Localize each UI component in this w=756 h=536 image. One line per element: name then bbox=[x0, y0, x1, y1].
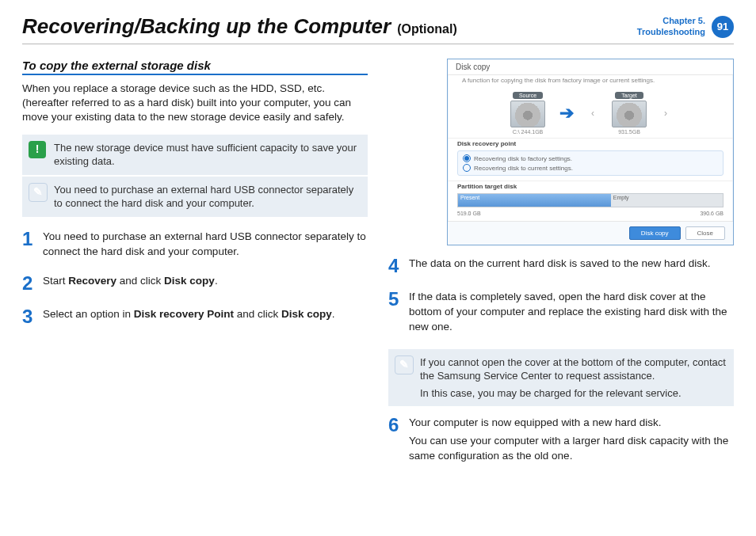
callout-alert: ! The new storage device must have suffi… bbox=[22, 135, 368, 175]
note-icon: ✎ bbox=[395, 355, 414, 374]
step-1: 1 You need to purchase an external hard … bbox=[22, 230, 368, 260]
callout-note-usb-text: You need to purchase an external hard US… bbox=[54, 184, 353, 210]
chevron-right-icon[interactable]: › bbox=[661, 108, 670, 119]
shot-partition-empty: Empty bbox=[611, 194, 723, 207]
step-6-text: Your computer is now equipped with a new… bbox=[409, 416, 734, 464]
left-column: To copy the external storage disk When y… bbox=[22, 59, 368, 478]
section-heading: To copy the external storage disk bbox=[22, 59, 368, 72]
step-3-text: Select an option in Disk recovery Point … bbox=[43, 307, 334, 326]
shot-target-disk: Target 931.5GB bbox=[612, 92, 647, 135]
page-title: Recovering/Backing up the Computer bbox=[22, 14, 391, 39]
hdd-icon bbox=[510, 101, 545, 127]
step-4-text: The data on the current hard disk is sav… bbox=[409, 257, 710, 276]
step-2: 2 Start Recovery and click Disk copy. bbox=[22, 274, 368, 293]
hdd-icon bbox=[612, 101, 647, 127]
page-number-badge: 91 bbox=[712, 16, 734, 38]
page-title-suffix: (Optional) bbox=[397, 22, 457, 36]
step-number: 5 bbox=[388, 290, 403, 335]
chapter-line1: Chapter 5. bbox=[637, 16, 705, 26]
shot-window-title: Disk copy bbox=[448, 59, 733, 75]
callout-alert-text: The new storage device must have suffici… bbox=[54, 142, 357, 168]
shot-partition-bar: Present Empty bbox=[457, 193, 724, 207]
shot-subtitle: A function for copying the disk from fac… bbox=[448, 75, 733, 87]
radio-icon bbox=[463, 154, 471, 162]
step-3: 3 Select an option in Disk recovery Poin… bbox=[22, 307, 368, 326]
header-rule bbox=[22, 44, 734, 44]
step-number: 1 bbox=[22, 230, 36, 260]
shot-ptd-label: Partition target disk bbox=[448, 181, 733, 192]
radio-icon bbox=[463, 164, 471, 172]
chapter-label: Chapter 5. Troubleshooting bbox=[637, 16, 705, 36]
shot-radio-group: Recovering disk to factory settings. Rec… bbox=[457, 150, 724, 176]
callout-note-cover: ✎ If you cannot open the cover at the bo… bbox=[388, 349, 734, 407]
step-number: 2 bbox=[22, 274, 36, 293]
callout-note-cover-l1: If you cannot open the cover at the bott… bbox=[420, 355, 726, 383]
step-6: 6 Your computer is now equipped with a n… bbox=[388, 416, 734, 464]
alert-icon: ! bbox=[29, 141, 46, 158]
shot-source-label: Source bbox=[513, 92, 543, 99]
step-number: 4 bbox=[388, 257, 403, 276]
shot-disk-copy-button[interactable]: Disk copy bbox=[629, 226, 681, 240]
page-header: Recovering/Backing up the Computer (Opti… bbox=[22, 14, 734, 44]
step-1-text: You need to purchase an external hard US… bbox=[43, 230, 368, 260]
note-icon: ✎ bbox=[29, 183, 48, 202]
step-5-text: If the data is completely saved, open th… bbox=[409, 290, 734, 335]
shot-close-button[interactable]: Close bbox=[685, 226, 725, 240]
step-5: 5 If the data is completely saved, open … bbox=[388, 290, 734, 335]
shot-drp-label: Disk recovery point bbox=[448, 138, 733, 149]
step-number: 6 bbox=[388, 416, 403, 464]
step-2-text: Start Recovery and click Disk copy. bbox=[43, 274, 218, 293]
shot-source-cap: C:\ 244.1GB bbox=[513, 129, 544, 135]
disk-copy-screenshot: Disk copy A function for copying the dis… bbox=[447, 59, 734, 245]
shot-cap-b: 390.6 GB bbox=[700, 211, 724, 216]
callout-note-cover-l2: In this case, you may be charged for the… bbox=[420, 386, 726, 401]
section-intro: When you replace a storage device such a… bbox=[22, 82, 368, 125]
arrow-right-icon: ➔ bbox=[559, 103, 574, 124]
chevron-left-icon[interactable]: ‹ bbox=[588, 108, 598, 119]
shot-radio-factory[interactable]: Recovering disk to factory settings. bbox=[463, 154, 718, 163]
callout-note-usb: ✎ You need to purchase an external hard … bbox=[22, 177, 368, 217]
shot-target-cap: 931.5GB bbox=[618, 129, 640, 135]
chapter-line2: Troubleshooting bbox=[637, 27, 705, 37]
right-column: Disk copy A function for copying the dis… bbox=[388, 59, 734, 478]
step-4: 4 The data on the current hard disk is s… bbox=[388, 257, 734, 276]
shot-source-disk: Source C:\ 244.1GB bbox=[510, 92, 545, 135]
section-rule bbox=[22, 74, 368, 75]
step-number: 3 bbox=[22, 307, 36, 326]
shot-partition-present: Present bbox=[458, 194, 611, 207]
shot-cap-a: 519.0 GB bbox=[457, 211, 481, 216]
shot-target-label: Target bbox=[615, 92, 643, 99]
shot-radio-current[interactable]: Recovering disk to current settings. bbox=[463, 163, 718, 173]
